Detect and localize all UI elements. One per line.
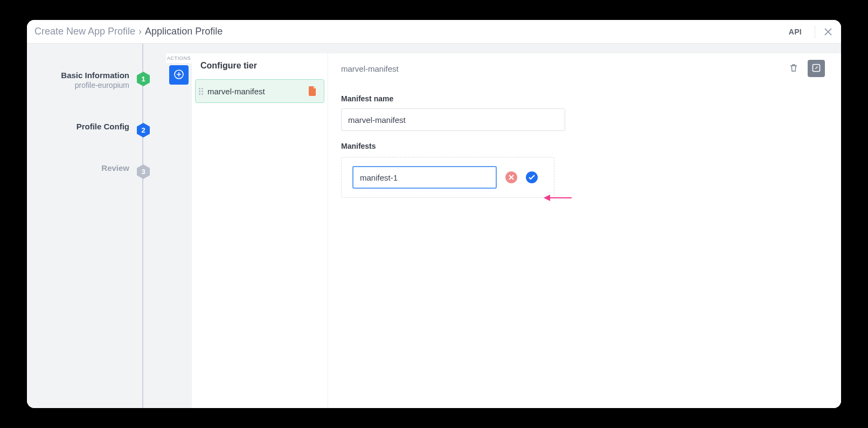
breadcrumb-separator: › [138, 26, 142, 37]
manifest-name-label: Manifest name [341, 94, 828, 103]
configure-tier-panel: Configure tier marvel-manifest [192, 53, 328, 408]
step-title: Profile Config [77, 122, 129, 131]
tier-detail-panel: marvel-manifest [328, 53, 841, 408]
x-icon [509, 174, 514, 182]
edit-button[interactable] [808, 60, 825, 77]
breadcrumb-root[interactable]: Create New App Profile [34, 26, 135, 37]
close-icon[interactable] [823, 26, 834, 37]
plus-circle-icon [173, 69, 184, 81]
step-title: Review [101, 163, 129, 172]
divider [815, 25, 815, 38]
step-badge: 1 [137, 72, 150, 86]
tier-item[interactable]: marvel-manifest [195, 79, 324, 103]
manifest-file-icon [307, 85, 318, 97]
step-subtitle: profile-europium [61, 81, 129, 89]
step-profile-config[interactable]: Profile Config 2 [27, 122, 166, 131]
actions-column: ACTIONS [166, 53, 192, 408]
configure-tier-heading: Configure tier [192, 53, 328, 78]
step-basic-information[interactable]: Basic Information profile-europium 1 [27, 71, 166, 89]
drag-handle-icon[interactable] [199, 88, 203, 95]
step-badge: 3 [137, 164, 150, 179]
check-icon [529, 174, 535, 182]
trash-icon [789, 63, 798, 74]
cancel-manifest-button[interactable] [505, 171, 517, 183]
step-badge: 2 [137, 123, 150, 137]
breadcrumb-current: Application Profile [145, 26, 223, 37]
wizard-steps: Basic Information profile-europium 1 Pro… [27, 44, 166, 408]
manifests-label: Manifests [341, 142, 828, 150]
delete-button[interactable] [785, 60, 802, 77]
tier-item-name: marvel-manifest [207, 87, 307, 96]
manifests-container [341, 157, 554, 198]
callout-arrow-icon [544, 195, 572, 201]
manifest-entry-input[interactable] [352, 166, 497, 189]
edit-icon [812, 64, 821, 74]
app-profile-dialog: Create New App Profile › Application Pro… [27, 20, 841, 408]
step-review[interactable]: Review 3 [27, 163, 166, 172]
step-title: Basic Information [61, 71, 129, 80]
manifest-name-input[interactable] [341, 108, 565, 131]
dialog-header: Create New App Profile › Application Pro… [27, 20, 841, 44]
add-tier-button[interactable] [169, 65, 189, 85]
panel-title: marvel-manifest [341, 64, 399, 73]
actions-label: ACTIONS [166, 53, 192, 63]
confirm-manifest-button[interactable] [526, 171, 538, 183]
api-button[interactable]: API [783, 25, 807, 38]
